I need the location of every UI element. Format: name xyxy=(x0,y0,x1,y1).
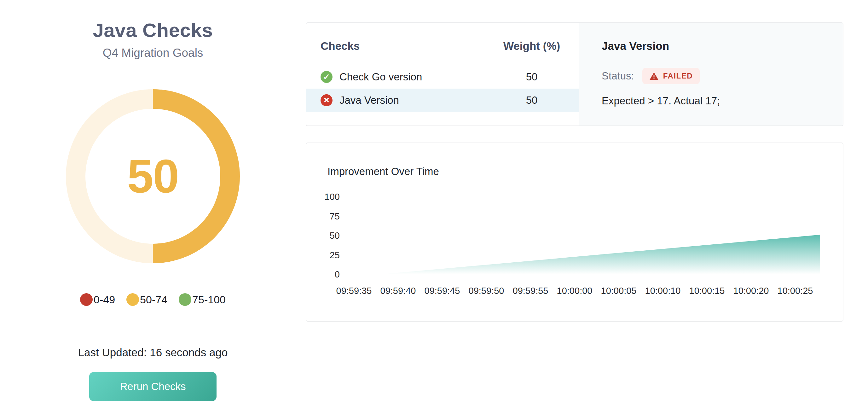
legend-label: 75-100 xyxy=(192,294,226,306)
improvement-area-series xyxy=(380,235,820,274)
chart-body: 100755025009:59:3509:59:4009:59:4509:59:… xyxy=(319,189,830,321)
area-chart xyxy=(319,189,830,321)
legend-item-low: 0-49 xyxy=(80,293,115,306)
x-axis-tick-label: 10:00:25 xyxy=(778,286,813,296)
status-badge: FAILED xyxy=(642,68,700,84)
check-name: Java Version xyxy=(339,94,499,106)
y-axis-tick-label: 50 xyxy=(319,230,340,241)
score-legend: 0-49 50-74 75-100 xyxy=(80,293,226,306)
x-axis-tick-label: 09:59:45 xyxy=(425,286,460,296)
x-axis-tick-label: 10:00:20 xyxy=(734,286,769,296)
column-header-checks: Checks xyxy=(320,40,499,52)
score-donut-chart: 50 xyxy=(66,89,240,263)
y-axis-tick-label: 100 xyxy=(319,191,340,202)
y-axis-tick-label: 0 xyxy=(319,269,340,280)
legend-item-mid: 50-74 xyxy=(126,293,167,306)
summary-panel: Java Checks Q4 Migration Goals 50 0-49 5… xyxy=(0,0,306,420)
page: Java Checks Q4 Migration Goals 50 0-49 5… xyxy=(0,0,868,420)
failure-message: Expected > 17. Actual 17; xyxy=(602,95,830,107)
score-value: 50 xyxy=(66,89,240,263)
legend-label: 0-49 xyxy=(94,294,115,306)
chart-title: Improvement Over Time xyxy=(319,165,830,178)
legend-dot-red-icon xyxy=(80,293,93,306)
x-axis-tick-label: 09:59:50 xyxy=(469,286,504,296)
table-row-java-version[interactable]: ✕ Java Version 50 xyxy=(306,89,579,112)
status-row: Status: FAILED xyxy=(602,68,830,84)
x-axis-tick-label: 10:00:10 xyxy=(645,286,681,296)
check-passed-icon: ✓ xyxy=(320,71,333,83)
detail-column: Checks Weight (%) ✓ Check Go version 50 … xyxy=(306,0,868,420)
legend-item-high: 75-100 xyxy=(179,293,226,306)
check-details-panel: Java Version Status: FAILED Expected > 1… xyxy=(579,23,843,125)
legend-label: 50-74 xyxy=(140,294,167,306)
legend-dot-yellow-icon xyxy=(126,293,139,306)
page-subtitle: Q4 Migration Goals xyxy=(103,46,203,60)
check-weight: 50 xyxy=(499,94,565,106)
last-updated-text: Last Updated: 16 seconds ago xyxy=(78,346,228,359)
rerun-checks-button[interactable]: Rerun Checks xyxy=(89,372,217,401)
table-rows: ✓ Check Go version 50 ✕ Java Version 50 xyxy=(306,65,579,112)
page-title: Java Checks xyxy=(93,19,213,41)
details-title: Java Version xyxy=(602,39,830,53)
status-badge-text: FAILED xyxy=(663,71,693,81)
check-name: Check Go version xyxy=(339,71,499,83)
x-axis-tick-label: 10:00:00 xyxy=(557,286,592,296)
improvement-chart-card: Improvement Over Time 100755025009:59:35… xyxy=(306,143,843,322)
checks-card: Checks Weight (%) ✓ Check Go version 50 … xyxy=(306,22,843,126)
table-header-row: Checks Weight (%) xyxy=(306,39,579,53)
y-axis-tick-label: 75 xyxy=(319,211,340,222)
table-row-check-go-version[interactable]: ✓ Check Go version 50 xyxy=(306,65,579,89)
x-axis-tick-label: 10:00:05 xyxy=(601,286,637,296)
x-axis-tick-label: 09:59:35 xyxy=(336,286,372,296)
x-axis-tick-label: 09:59:55 xyxy=(513,286,549,296)
y-axis-tick-label: 25 xyxy=(319,250,340,261)
legend-dot-green-icon xyxy=(179,293,191,306)
x-axis-tick-label: 09:59:40 xyxy=(380,286,416,296)
x-axis-tick-label: 10:00:15 xyxy=(689,286,725,296)
status-label: Status: xyxy=(602,70,634,82)
checks-table: Checks Weight (%) ✓ Check Go version 50 … xyxy=(306,23,579,125)
warning-triangle-icon xyxy=(649,72,659,81)
column-header-weight: Weight (%) xyxy=(499,40,565,52)
check-failed-icon: ✕ xyxy=(320,94,333,106)
check-weight: 50 xyxy=(499,71,565,83)
